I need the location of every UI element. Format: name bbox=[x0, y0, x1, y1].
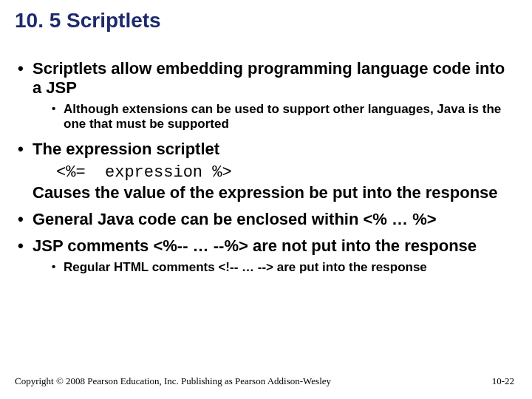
bullet-item: Scriptlets allow embedding programming l… bbox=[15, 59, 517, 132]
bullet-continuation: Causes the value of the expression be pu… bbox=[33, 183, 517, 202]
bullet-list: Scriptlets allow embedding programming l… bbox=[15, 59, 517, 159]
bullet-text: General Java code can be enclosed within… bbox=[33, 210, 437, 228]
sub-bullet-item: Regular HTML comments <!-- … --> are put… bbox=[52, 260, 517, 275]
sub-bullet-list: Although extensions can be used to suppo… bbox=[52, 102, 517, 132]
slide-body: Scriptlets allow embedding programming l… bbox=[15, 52, 517, 279]
sub-bullet-text: Regular HTML comments <!-- … --> are put… bbox=[64, 260, 427, 274]
footer-copyright: Copyright © 2008 Pearson Education, Inc.… bbox=[15, 375, 331, 387]
code-scriptlet: <%= expression %> bbox=[56, 163, 517, 182]
sub-bullet-item: Although extensions can be used to suppo… bbox=[52, 102, 517, 132]
bullet-text: The expression scriptlet bbox=[33, 140, 219, 158]
bullet-list: General Java code can be enclosed within… bbox=[15, 210, 517, 275]
bullet-item: The expression scriptlet bbox=[15, 140, 517, 159]
bullet-text: JSP comments <%-- … --%> are not put int… bbox=[33, 236, 477, 255]
slide: 10. 5 Scriptlets Scriptlets allow embedd… bbox=[0, 0, 532, 399]
sub-bullet-text: Although extensions can be used to suppo… bbox=[64, 102, 501, 131]
bullet-item: JSP comments <%-- … --%> are not put int… bbox=[15, 236, 517, 275]
slide-title: 10. 5 Scriptlets bbox=[15, 9, 161, 33]
sub-bullet-list: Regular HTML comments <!-- … --> are put… bbox=[52, 260, 517, 275]
bullet-item: General Java code can be enclosed within… bbox=[15, 210, 517, 229]
bullet-text: Scriptlets allow embedding programming l… bbox=[33, 59, 505, 97]
footer-page-number: 10-22 bbox=[492, 375, 514, 387]
